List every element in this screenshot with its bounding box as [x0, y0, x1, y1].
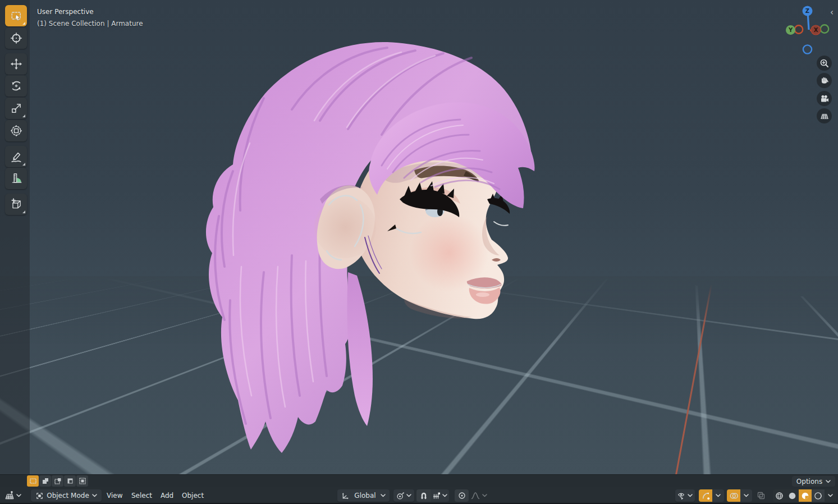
transform-icon — [10, 125, 22, 137]
box-select-icon — [10, 10, 22, 22]
chevron-down-icon — [688, 494, 693, 497]
active-object-breadcrumb: (1) Scene Collection | Armature — [37, 20, 143, 28]
solid-sphere-icon — [788, 492, 796, 500]
gizmos-dropdown[interactable] — [712, 489, 724, 502]
select-intersect-icon — [79, 477, 86, 485]
move-icon — [10, 58, 22, 70]
editor-type-button[interactable] — [4, 489, 21, 502]
falloff-curve-icon[interactable] — [471, 492, 480, 500]
character-head-model[interactable] — [180, 31, 561, 474]
chevron-down-icon — [744, 494, 749, 497]
measure-icon — [10, 172, 22, 185]
pivot-point-dropdown[interactable] — [393, 489, 414, 502]
menu-object[interactable]: Object — [182, 489, 204, 502]
blender-window: User Perspective (1) Scene Collection | … — [0, 0, 838, 504]
submenu-indicator — [22, 22, 25, 25]
menu-add[interactable]: Add — [161, 489, 173, 502]
tool-add-cube[interactable] — [5, 194, 27, 215]
submenu-indicator — [22, 114, 25, 117]
pan-button[interactable] — [817, 73, 832, 88]
select-mode-subtract[interactable] — [52, 475, 63, 487]
pivot-point-icon — [396, 492, 405, 500]
region-collapse-icon[interactable]: ‹ — [830, 8, 834, 17]
xray-toggle[interactable] — [754, 489, 768, 502]
tool-measure[interactable] — [5, 168, 27, 189]
object-visibility-dropdown[interactable] — [675, 489, 695, 502]
lip-highlight — [476, 292, 489, 297]
scale-icon — [10, 102, 22, 114]
tool-scale[interactable] — [5, 98, 27, 119]
chevron-down-icon — [826, 480, 831, 483]
menu-view[interactable]: View — [107, 489, 122, 502]
proportional-editing-toggle[interactable] — [455, 489, 469, 502]
gizmo-arc-icon — [702, 492, 710, 500]
hand-icon — [819, 76, 830, 86]
show-gizmos-toggle[interactable] — [699, 489, 712, 502]
gizmo-z-label: Z — [805, 8, 809, 14]
material-preview-sphere-icon — [801, 492, 809, 500]
gizmo-axis-neg-z[interactable] — [803, 45, 812, 53]
snap-increment-icon — [433, 492, 441, 500]
menu-select[interactable]: Select — [131, 489, 152, 502]
3d-viewport[interactable]: User Perspective (1) Scene Collection | … — [0, 0, 838, 474]
grid-plane-icon — [819, 111, 830, 121]
camera-view-button[interactable] — [817, 91, 832, 106]
transform-orientation-dropdown[interactable]: Global — [337, 489, 390, 502]
orientation-axes-icon — [341, 492, 350, 500]
tool-cursor[interactable] — [5, 28, 27, 49]
shading-solid-button[interactable] — [786, 489, 799, 502]
shading-wireframe-button[interactable] — [773, 489, 786, 502]
camera-icon — [819, 94, 830, 104]
visibility-eye-icon — [677, 492, 686, 500]
hair-front-strand — [347, 272, 373, 426]
toggle-projection-button[interactable] — [817, 108, 832, 123]
submenu-indicator — [22, 163, 25, 166]
chevron-down-icon — [381, 494, 386, 497]
chevron-down-icon — [16, 494, 21, 497]
tool-annotate[interactable] — [5, 146, 27, 167]
select-mode-group — [27, 475, 88, 487]
tool-rotate[interactable] — [5, 75, 27, 97]
options-button[interactable]: Options — [792, 476, 835, 487]
zoom-button[interactable] — [817, 56, 832, 71]
rendered-sphere-icon — [814, 492, 822, 500]
gizmo-axis-neg-y[interactable] — [821, 25, 828, 33]
select-mode-intersect[interactable] — [76, 475, 88, 487]
overlays-dropdown[interactable] — [740, 489, 752, 502]
proportional-editing-group — [455, 489, 487, 502]
view-perspective-label: User Perspective — [37, 8, 94, 16]
shading-dropdown[interactable] — [825, 489, 836, 502]
orientation-label: Global — [354, 492, 376, 500]
snap-toggle[interactable] — [416, 489, 431, 502]
editor-3d-viewport-icon — [4, 491, 15, 501]
gizmos-group — [699, 489, 724, 502]
chevron-down-icon[interactable] — [482, 494, 487, 497]
chevron-down-icon — [716, 494, 721, 497]
tool-move[interactable] — [5, 53, 27, 75]
3d-cursor-icon — [10, 32, 22, 44]
gizmo-axis-neg-x[interactable] — [795, 25, 803, 33]
shading-material-preview-button[interactable] — [799, 489, 812, 502]
overlays-group — [727, 489, 752, 502]
chevron-down-icon — [92, 494, 97, 497]
select-invert-icon — [66, 477, 74, 485]
select-mode-extend[interactable] — [39, 475, 51, 487]
gizmo-y-label: Y — [788, 27, 793, 33]
show-overlays-toggle[interactable] — [727, 489, 740, 502]
annotate-pencil-icon — [10, 150, 22, 163]
select-mode-set[interactable] — [27, 475, 39, 487]
tool-transform[interactable] — [5, 120, 27, 141]
proportional-circle-icon — [458, 492, 466, 500]
select-mode-invert[interactable] — [64, 475, 76, 487]
shading-rendered-button[interactable] — [812, 489, 825, 502]
navigation-gizmo[interactable]: Z Y X — [785, 4, 833, 56]
tool-select-box[interactable] — [5, 5, 27, 26]
magnet-icon — [420, 492, 428, 500]
submenu-indicator — [22, 210, 25, 213]
select-extend-icon — [42, 477, 49, 485]
far-eye-lash-lower — [494, 222, 508, 226]
snap-target-dropdown[interactable] — [431, 489, 449, 502]
chevron-down-icon — [406, 494, 411, 497]
mode-selector[interactable]: Object Mode — [31, 489, 102, 502]
options-label: Options — [796, 478, 822, 485]
